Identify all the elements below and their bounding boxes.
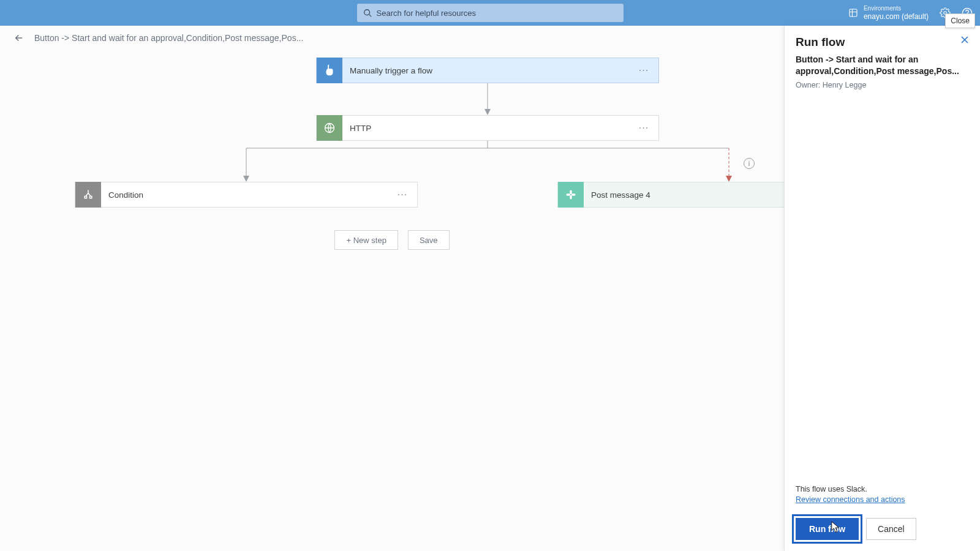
environment-name: enayu.com (default): [864, 12, 929, 21]
breadcrumb-bar: Button -> Start and wait for an approval…: [0, 26, 784, 50]
panel-title: Run flow: [796, 36, 845, 49]
http-icon: [317, 115, 342, 141]
svg-rect-17: [570, 195, 571, 200]
top-bar: Environments enayu.com (default) Close: [0, 0, 980, 26]
trigger-title: Manually trigger a flow: [342, 66, 633, 75]
environment-label: Environments: [864, 5, 929, 12]
svg-marker-13: [726, 176, 732, 182]
new-step-button[interactable]: + New step: [334, 230, 398, 250]
run-flow-panel: Run flow Button -> Start and wait for an…: [784, 26, 980, 551]
svg-point-0: [364, 10, 369, 15]
condition-card[interactable]: Condition ···: [75, 182, 418, 208]
panel-owner: Owner: Henry Legge: [796, 81, 969, 89]
condition-icon: [75, 182, 101, 208]
http-title: HTTP: [342, 124, 633, 133]
card-menu-icon[interactable]: ···: [391, 184, 413, 206]
svg-line-1: [369, 15, 371, 17]
slack-icon: [558, 182, 584, 208]
canvas-buttons: + New step Save: [0, 230, 784, 250]
panel-subtitle: Button -> Start and wait for an approval…: [796, 54, 969, 77]
environment-icon: [848, 7, 859, 18]
http-card[interactable]: HTTP ···: [316, 115, 659, 141]
mouse-cursor-icon: [831, 520, 842, 534]
cancel-button[interactable]: Cancel: [866, 518, 916, 540]
back-arrow-icon[interactable]: [13, 32, 24, 43]
svg-marker-11: [243, 176, 249, 182]
search-icon: [363, 9, 372, 17]
panel-note: This flow uses Slack.: [796, 485, 969, 493]
card-menu-icon[interactable]: ···: [633, 117, 655, 139]
close-tooltip: Close: [945, 13, 975, 28]
close-icon[interactable]: [960, 36, 969, 46]
breadcrumb: Button -> Start and wait for an approval…: [34, 33, 303, 43]
svg-rect-2: [850, 9, 857, 17]
svg-rect-15: [570, 190, 571, 195]
button-trigger-icon: [317, 58, 342, 83]
svg-rect-18: [571, 193, 576, 195]
review-connections-link[interactable]: Review connections and actions: [796, 495, 905, 504]
environment-picker[interactable]: Environments enayu.com (default): [848, 5, 929, 21]
trigger-card[interactable]: Manually trigger a flow ···: [316, 58, 659, 83]
info-icon[interactable]: i: [744, 158, 755, 169]
save-button[interactable]: Save: [408, 230, 450, 250]
connectors: [0, 50, 784, 295]
card-menu-icon[interactable]: ···: [633, 59, 655, 81]
run-flow-button[interactable]: Run flow: [796, 518, 859, 540]
search-input[interactable]: [377, 9, 617, 18]
search-box[interactable]: [357, 4, 624, 22]
condition-title: Condition: [101, 190, 391, 200]
svg-rect-16: [567, 193, 571, 195]
svg-marker-7: [484, 109, 491, 115]
